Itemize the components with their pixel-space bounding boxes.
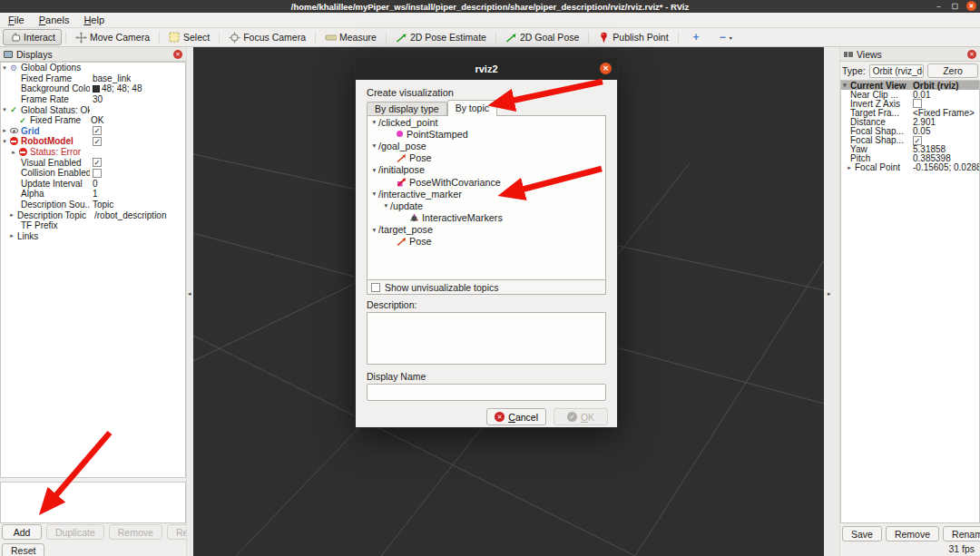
tree-row-grid[interactable]: ▸ Grid ✓ xyxy=(1,126,185,137)
row-value[interactable]: 30 xyxy=(93,94,103,104)
close-icon[interactable]: ✕ xyxy=(173,50,182,59)
save-button[interactable]: Save xyxy=(842,526,882,541)
expander-icon[interactable]: ▾ xyxy=(370,190,378,198)
close-icon[interactable]: ✕ xyxy=(966,1,976,11)
topic-row-interactive-marker[interactable]: ▾ /interactive_marker xyxy=(368,188,605,200)
row-value[interactable]: 48; 48; 48 xyxy=(102,83,142,93)
expander-icon[interactable]: ▾ xyxy=(841,82,848,89)
tree-row-description-source[interactable]: Description Sou... Topic xyxy=(1,200,185,210)
tree-row-links[interactable]: ▸ Links xyxy=(1,231,185,242)
show-unvisualizable-row[interactable]: Show unvisualizable topics xyxy=(367,280,606,295)
row-value[interactable]: 0 xyxy=(93,179,98,189)
tool-select[interactable]: Select xyxy=(163,29,215,45)
topic-row-pose[interactable]: Pose xyxy=(368,152,605,164)
tree-row-yaw[interactable]: Yaw 5.31858 xyxy=(841,145,979,154)
expander-icon[interactable]: ▾ xyxy=(370,118,378,126)
expander-icon[interactable]: ▾ xyxy=(1,64,8,72)
tree-row-focal-shape-size[interactable]: Focal Shap... 0.05 xyxy=(841,126,979,135)
checkbox[interactable] xyxy=(93,169,102,178)
right-panel-splitter[interactable]: ▸ xyxy=(824,47,840,556)
remove-button[interactable]: Remove xyxy=(886,526,939,541)
topic-row-pointstamped[interactable]: PointStamped xyxy=(368,128,605,140)
tree-row-current-view[interactable]: ▾ Current View Orbit (rviz) xyxy=(841,81,979,90)
row-value[interactable]: 0.05 xyxy=(913,126,930,136)
dialog-titlebar[interactable]: rviz2 ✕ xyxy=(356,58,617,80)
expander-icon[interactable]: ▸ xyxy=(1,127,8,134)
tree-row-robotmodel[interactable]: ▾ RobotModel ✓ xyxy=(1,136,185,147)
expander-icon[interactable]: ▸ xyxy=(8,211,15,219)
menu-help[interactable]: Help xyxy=(83,15,104,25)
row-value[interactable]: base_link xyxy=(93,73,131,83)
tree-row-collision-enabled[interactable]: Collision Enabled xyxy=(1,168,185,179)
tool-publish-point[interactable]: Publish Point xyxy=(593,29,673,45)
tree-row-invert-z[interactable]: Invert Z Axis xyxy=(841,99,979,108)
tree-row-target-frame[interactable]: Target Fra... <Fixed Frame> xyxy=(841,108,979,117)
rename-button[interactable]: Rename xyxy=(943,526,980,541)
tree-row-tf-prefix[interactable]: TF Prefix xyxy=(1,220,185,231)
views-panel-header[interactable]: Views ✕ xyxy=(840,47,980,62)
tree-row-focal-shape-fixed[interactable]: Focal Shap... ✓ xyxy=(841,136,979,145)
tree-row-global-status[interactable]: ▾ ✓ Global Status: Ok xyxy=(1,104,185,115)
collapse-right-icon[interactable]: ▸ xyxy=(828,290,831,298)
tree-row-frame-rate[interactable]: Frame Rate 30 xyxy=(1,94,185,105)
row-value[interactable]: Topic xyxy=(93,200,113,210)
duplicate-button[interactable]: Duplicate xyxy=(46,524,104,540)
zero-button[interactable]: Zero xyxy=(927,63,978,78)
ok-button[interactable]: ✓ OK xyxy=(554,408,608,425)
tree-row-pitch[interactable]: Pitch 0.385398 xyxy=(841,154,979,163)
row-value[interactable]: /robot_description xyxy=(94,210,167,220)
tree-row-near-clip[interactable]: Near Clip ... 0.01 xyxy=(841,90,979,99)
remove-tool-button[interactable]: − ▾ xyxy=(714,29,738,45)
topic-row-initialpose[interactable]: ▾ /initialpose xyxy=(368,164,605,176)
tree-row-description-topic[interactable]: ▸ Description Topic /robot_description xyxy=(1,210,185,220)
tab-by-display-type[interactable]: By display type xyxy=(367,102,447,116)
topic-row-pose2[interactable]: Pose xyxy=(368,236,605,248)
topic-row-interactivemarkers[interactable]: InteractiveMarkers xyxy=(368,212,605,224)
remove-button[interactable]: Remove xyxy=(109,524,162,540)
expander-icon[interactable]: ▾ xyxy=(1,138,8,145)
topic-row-clicked-point[interactable]: ▾ /clicked_point xyxy=(368,116,605,128)
collapse-left-icon[interactable]: ◂ xyxy=(188,290,191,298)
expander-icon[interactable]: ▾ xyxy=(1,106,8,113)
expander-icon[interactable]: ▸ xyxy=(10,149,17,156)
topic-row-goal-pose[interactable]: ▾ /goal_pose xyxy=(368,140,605,151)
checkbox[interactable] xyxy=(371,283,380,292)
checkbox[interactable]: ✓ xyxy=(93,126,102,135)
add-button[interactable]: Add xyxy=(2,524,42,540)
row-value[interactable]: -0.15605; 0.0288... xyxy=(913,162,979,172)
tool-2d-goal-pose[interactable]: 2D Goal Pose xyxy=(500,29,584,45)
display-name-input[interactable] xyxy=(367,384,606,401)
row-value[interactable]: 0.01 xyxy=(913,90,930,100)
close-icon[interactable]: ✕ xyxy=(600,63,612,74)
checkbox[interactable]: ✓ xyxy=(93,158,102,167)
topic-row-update[interactable]: ▾ /update xyxy=(368,200,605,211)
tree-row-alpha[interactable]: Alpha 1 xyxy=(1,189,185,200)
checkbox[interactable]: ✓ xyxy=(913,136,922,145)
tree-row-background-color[interactable]: Background Color 48; 48; 48 xyxy=(1,83,185,94)
expander-icon[interactable]: ▸ xyxy=(8,232,15,239)
cancel-button[interactable]: ✕ Cancel xyxy=(486,408,546,425)
tree-row-visual-enabled[interactable]: Visual Enabled ✓ xyxy=(1,157,185,168)
row-value[interactable]: 1 xyxy=(93,189,98,199)
menu-file[interactable]: File xyxy=(8,15,24,25)
tree-row-update-interval[interactable]: Update Interval 0 xyxy=(1,179,185,190)
tree-row-global-options[interactable]: ▾ ⚙ Global Options xyxy=(1,63,185,73)
displays-panel-header[interactable]: Displays ✕ xyxy=(0,47,186,62)
left-panel-splitter[interactable]: ◂ xyxy=(186,47,193,556)
expander-icon[interactable]: ▾ xyxy=(382,201,390,210)
tree-row-distance[interactable]: Distance 2.901 xyxy=(841,117,979,126)
topic-row-posewithcovariance[interactable]: PoseWithCovariance xyxy=(368,176,605,188)
minimize-icon[interactable]: – xyxy=(934,1,944,11)
menu-panels[interactable]: Panels xyxy=(39,15,70,25)
view-type-select[interactable]: Orbit (rviz_defau ▾ xyxy=(869,64,924,78)
topic-row-target-pose[interactable]: ▾ /target_pose xyxy=(368,224,605,236)
expander-icon[interactable]: ▾ xyxy=(370,226,378,234)
maximize-icon[interactable]: ▢ xyxy=(950,1,960,11)
add-tool-button[interactable]: + xyxy=(688,29,705,45)
tool-interact[interactable]: Interact xyxy=(3,29,62,45)
checkbox[interactable]: ✓ xyxy=(93,137,102,146)
reset-button[interactable]: Reset xyxy=(2,543,44,556)
tab-by-topic[interactable]: By topic xyxy=(447,100,497,116)
close-icon[interactable]: ✕ xyxy=(967,50,976,59)
tool-measure[interactable]: Measure xyxy=(319,29,382,45)
